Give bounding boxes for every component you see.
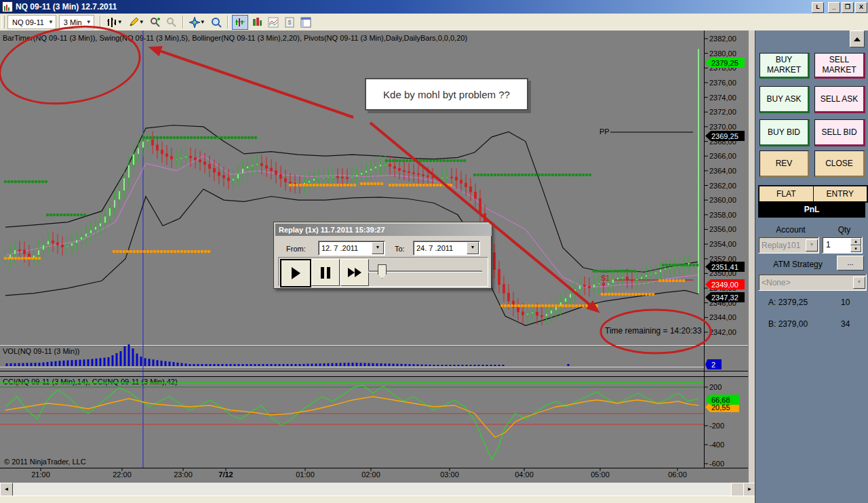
- chart-window-icon[interactable]: [232, 15, 248, 30]
- entry-button[interactable]: ENTRY: [814, 186, 867, 201]
- draw-tools-icon[interactable]: ▼: [126, 16, 146, 29]
- price-value-marker: 2379,25: [705, 58, 745, 68]
- chevron-up-icon: [854, 37, 861, 41]
- cci-tick-label: 200: [709, 383, 722, 391]
- account-dollar-icon[interactable]: $: [282, 16, 297, 29]
- market-analyzer-icon[interactable]: [250, 16, 264, 29]
- account-select[interactable]: Replay101▼: [758, 237, 819, 254]
- price-tick-label: 2358,00: [709, 211, 736, 219]
- chart-trader-icon[interactable]: [266, 16, 281, 29]
- ask-quote: A: 2379,25: [768, 298, 808, 307]
- zoom-out-icon: [164, 16, 179, 29]
- price-tick-label: 2372,00: [709, 108, 736, 116]
- title-bar[interactable]: NQ 09-11 (3 Min) 12.7.2011 L _ ❐ X: [0, 0, 868, 14]
- cci-tick-label: -400: [709, 441, 724, 449]
- time-tick-label: 22:00: [106, 470, 138, 479]
- price-tick-label: 2352,00: [709, 255, 736, 263]
- toolbar: NQ 09-11▼ 3 Min▼ ▼ ▼ ▼: [0, 14, 868, 31]
- price-value-marker: 2351,41: [705, 262, 745, 272]
- toolbar-separator: [182, 16, 184, 28]
- quantity-stepper[interactable]: 1 ▲▼: [822, 237, 863, 254]
- time-tick-label: 21:00: [25, 470, 56, 479]
- bid-size: 34: [841, 319, 850, 329]
- navigate-icon[interactable]: ▼: [187, 16, 208, 29]
- time-axis-line: [0, 468, 748, 468]
- qty-label: Qty: [833, 225, 856, 235]
- price-tick-label: 2380,00: [709, 49, 736, 58]
- chevron-down-icon: ▼: [806, 239, 818, 252]
- chevron-down-icon[interactable]: ▼: [467, 242, 479, 254]
- buy-market-button[interactable]: BUY MARKET: [760, 53, 810, 79]
- pause-button[interactable]: [311, 259, 340, 286]
- time-tick-label: 06:00: [662, 470, 693, 479]
- minimize-button[interactable]: _: [828, 2, 840, 13]
- form-report-icon[interactable]: [298, 16, 313, 29]
- indicator-label: BarTimer(NQ 09-11 (3 Min)), Swing(NQ 09-…: [3, 34, 467, 42]
- time-tick-label: 7/12: [210, 470, 241, 479]
- zoom-in-icon[interactable]: [148, 16, 163, 29]
- chart-style-icon[interactable]: ▼: [104, 16, 125, 29]
- collapse-sidebar-button[interactable]: [850, 31, 865, 47]
- cci-value-marker: 66,68: [705, 395, 739, 405]
- copyright-label: © 2011 NinjaTrader, LLC: [4, 458, 86, 466]
- close-position-button[interactable]: CLOSE: [814, 150, 865, 178]
- chevron-down-icon[interactable]: ▼: [372, 242, 384, 254]
- spin-down-icon[interactable]: ▼: [850, 245, 861, 253]
- time-tick-label: 01:00: [290, 470, 321, 479]
- price-tick-label: 2370,00: [709, 123, 736, 131]
- to-date-select[interactable]: 24. 7 .2011▼: [413, 241, 480, 256]
- toolbar-grip[interactable]: [1, 16, 5, 28]
- link-button[interactable]: L: [812, 2, 824, 13]
- to-label: To:: [395, 245, 405, 253]
- interval-selector[interactable]: 3 Min▼: [59, 15, 94, 29]
- spin-up-icon[interactable]: ▲: [850, 238, 861, 245]
- replay-dialog[interactable]: Replay (1x) 11.7.2011 15:39:27 From: 12.…: [273, 222, 492, 289]
- flat-entry-toggle[interactable]: FLAT ENTRY: [758, 185, 868, 203]
- account-label: Account: [767, 225, 814, 235]
- flat-button[interactable]: FLAT: [760, 186, 814, 201]
- buy-bid-button[interactable]: BUY BID: [760, 119, 810, 146]
- pivot-s1-label: S1: [601, 274, 610, 282]
- fast-forward-button[interactable]: [340, 259, 369, 286]
- bar-timer-label: Time remaining = 14:20:33: [605, 326, 702, 336]
- bid-quote: B: 2379,00: [768, 319, 808, 329]
- replay-slider-thumb[interactable]: [378, 264, 387, 279]
- toolbar-separator: [227, 16, 229, 28]
- price-tick-label: 2364,00: [709, 167, 736, 175]
- cci-label: CCI(NQ 09-11 (3 Min),14), CCI(NQ 09-11 (…: [3, 378, 178, 386]
- buy-ask-button[interactable]: BUY ASK: [760, 86, 810, 113]
- reverse-button[interactable]: REV: [760, 150, 810, 178]
- cci-tick-label: -200: [709, 422, 724, 430]
- price-tick-label: 2344,00: [709, 313, 736, 321]
- app-icon: [2, 1, 13, 12]
- sell-ask-button[interactable]: SELL ASK: [814, 86, 865, 113]
- replay-dialog-title[interactable]: Replay (1x) 11.7.2011 15:39:27: [275, 224, 492, 236]
- volume-value-marker: 2: [705, 359, 722, 369]
- instrument-selector[interactable]: NQ 09-11▼: [7, 15, 56, 29]
- close-button[interactable]: X: [855, 2, 867, 13]
- price-tick-label: 2360,00: [709, 196, 736, 204]
- sell-bid-button[interactable]: SELL BID: [814, 119, 865, 146]
- atm-more-button[interactable]: ...: [837, 256, 864, 270]
- sell-market-button[interactable]: SELL MARKET: [814, 53, 865, 79]
- scroll-left-icon[interactable]: ◄: [0, 483, 13, 497]
- atm-strategy-label: ATM Strategy: [762, 260, 833, 269]
- from-date-select[interactable]: 12. 7 .2011▼: [318, 241, 385, 256]
- play-button[interactable]: [280, 259, 311, 287]
- price-tick-label: 2362,00: [709, 182, 736, 190]
- pnl-display[interactable]: PnL: [758, 201, 865, 218]
- time-tick-label: 02:00: [355, 470, 387, 479]
- time-tick-label: 03:00: [434, 470, 465, 479]
- horizontal-scrollbar[interactable]: ◄ ►: [0, 483, 755, 496]
- ask-size: 10: [841, 298, 850, 307]
- panel-splitter[interactable]: [0, 371, 755, 376]
- price-value-marker: 2369,25: [705, 131, 745, 141]
- price-value-marker: 2349,00: [705, 279, 745, 289]
- atm-strategy-select[interactable]: <None>▼: [758, 274, 867, 291]
- data-box-icon[interactable]: [209, 16, 224, 29]
- price-tick-label: 2342,00: [709, 328, 736, 336]
- scrollbar-thumb[interactable]: [731, 483, 744, 497]
- restore-button[interactable]: ❐: [842, 2, 854, 13]
- pivot-pp-label: PP: [599, 127, 610, 136]
- price-value-marker: 2347,32: [705, 292, 745, 302]
